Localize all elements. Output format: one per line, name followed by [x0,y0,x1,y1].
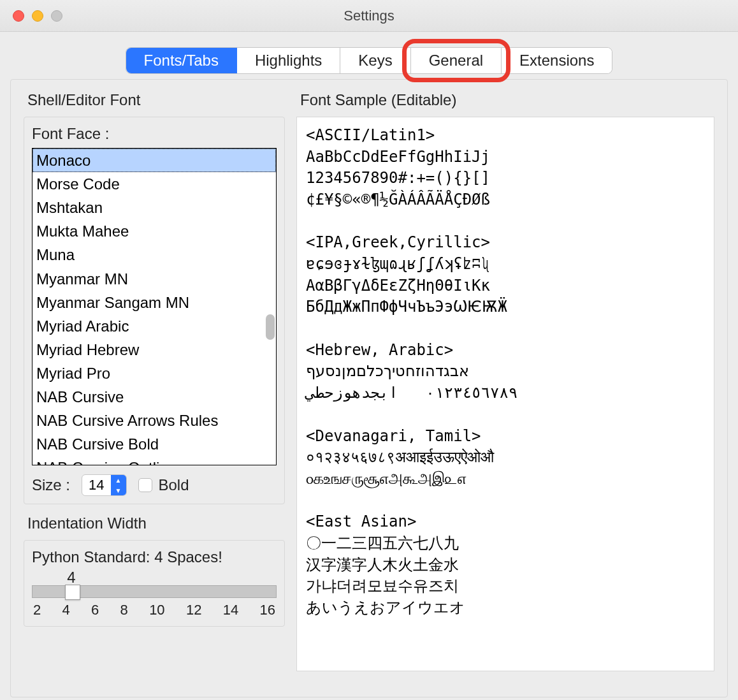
tab-general[interactable]: General [411,48,502,73]
settings-panel: Shell/Editor Font Font Face : MonacoMors… [10,79,728,697]
font-sample-title: Font Sample (Editable) [300,91,714,109]
font-item[interactable]: NAB Cursive Arrows Rules [33,409,276,432]
tab-group: Fonts/TabsHighlightsKeysGeneralExtension… [126,47,613,74]
font-item[interactable]: NAB Cursive [33,385,276,409]
slider-track[interactable] [32,585,277,598]
tick-label: 10 [149,602,164,618]
sample-block[interactable]: <ASCII/Latin1> AaBbCcDdEeFfGgHhIiJj 1234… [306,125,705,210]
shell-editor-font-title: Shell/Editor Font [27,91,285,109]
indent-value: 4 [67,569,75,587]
slider-thumb[interactable] [65,585,80,600]
indent-slider[interactable]: 4 246810121416 [32,571,277,618]
font-item[interactable]: Myanmar MN [33,267,276,291]
bold-label: Bold [159,476,189,494]
size-value: 14 [82,475,110,495]
font-group: Font Face : MonacoMorse CodeMshtakanMukt… [24,117,285,504]
tab-fonts-tabs[interactable]: Fonts/Tabs [126,48,237,73]
font-item[interactable]: NAB Cursive Bold [33,432,276,456]
font-item[interactable]: Myriad Pro [33,361,276,385]
stepper-buttons[interactable]: ▲ ▼ [111,475,126,495]
chevron-up-icon[interactable]: ▲ [111,475,126,485]
close-icon[interactable] [13,10,24,22]
font-item[interactable]: NAB Cursive Outlines [33,456,276,465]
font-item[interactable]: Myriad Arabic [33,314,276,338]
window-controls [13,10,62,22]
scrollbar-thumb[interactable] [266,314,275,340]
font-item[interactable]: Monaco [33,149,276,172]
font-item[interactable]: Mukta Mahee [33,219,276,243]
tick-label: 16 [259,602,275,618]
tick-label: 14 [223,602,238,618]
zoom-icon[interactable] [51,10,62,22]
font-face-label: Font Face : [32,125,277,143]
font-face-list[interactable]: MonacoMorse CodeMshtakanMukta MaheeMunaM… [32,148,277,465]
window-title: Settings [0,8,738,24]
tick-label: 4 [62,602,70,618]
titlebar: Settings [0,0,738,32]
font-sample-textarea[interactable]: <ASCII/Latin1> AaBbCcDdEeFfGgHhIiJj 1234… [296,117,714,671]
size-label: Size : [32,476,70,494]
sample-block[interactable]: <IPA,Greek,Cyrillic> ɐɕɘɞɟɤɫɮɰɷɻʁʃʆʎʞʢʫʭ… [306,232,705,317]
tab-keys[interactable]: Keys [340,48,410,73]
slider-ticks: 246810121416 [32,602,277,618]
font-item[interactable]: Muna [33,243,276,266]
tick-label: 6 [91,602,99,618]
indentation-width-title: Indentation Width [27,514,285,532]
font-item[interactable]: Morse Code [33,172,276,196]
size-stepper[interactable]: 14 ▲ ▼ [82,474,126,496]
tick-label: 8 [120,602,128,618]
font-item[interactable]: Myriad Hebrew [33,338,276,361]
tick-label: 2 [33,602,41,618]
font-item[interactable]: Mshtakan [33,196,276,219]
font-item[interactable]: Myanmar Sangam MN [33,291,276,314]
tab-highlights[interactable]: Highlights [237,48,340,73]
chevron-down-icon[interactable]: ▼ [111,485,126,495]
tab-row: Fonts/TabsHighlightsKeysGeneralExtension… [10,47,728,74]
minimize-icon[interactable] [32,10,43,22]
sample-block[interactable]: <Devanagari, Tamil> ०१२३४५६७८९अआइईउऊएऐओऔ… [306,426,705,490]
python-standard-label: Python Standard: 4 Spaces! [32,548,277,566]
sample-block[interactable]: <East Asian> 〇一二三四五六七八九 汉字漢字人木火土金水 가냐더려모… [306,511,705,618]
indent-group: Python Standard: 4 Spaces! 4 24681012141… [24,540,285,627]
tick-label: 12 [186,602,201,618]
bold-checkbox[interactable] [138,478,152,492]
sample-block[interactable]: <Hebrew, Arabic> אבגדהוזחטיךכלםמןנסעף ٠١… [306,340,705,404]
tab-extensions[interactable]: Extensions [502,48,612,73]
